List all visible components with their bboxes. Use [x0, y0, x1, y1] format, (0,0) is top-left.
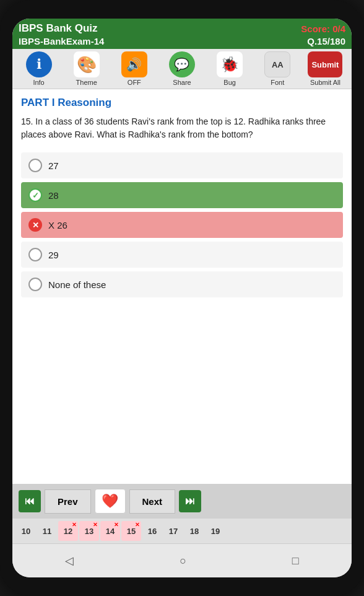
- phone-frame: IBPS Bank Quiz Score: 0/4 IBPS-BankExam-…: [0, 0, 364, 596]
- info-icon: ℹ: [26, 51, 52, 77]
- x-icon: ✕: [32, 221, 39, 230]
- q-num-13[interactable]: 13: [79, 521, 99, 541]
- share-label: Share: [173, 79, 191, 86]
- content: PART I Reasoning 15. In a class of 36 st…: [12, 89, 352, 484]
- next-button[interactable]: Next: [129, 489, 176, 514]
- question-strip: 10 11 12 13 14 15 16 17 18 19: [12, 519, 352, 543]
- bug-icon: 🐞: [217, 51, 243, 77]
- option-1-text: 27: [48, 160, 59, 171]
- radio-1: [28, 159, 42, 172]
- sound-icon: 🔊: [121, 51, 147, 77]
- tool-theme[interactable]: 🎨 Theme: [64, 51, 109, 86]
- phone-screen: IBPS Bank Quiz Score: 0/4 IBPS-BankExam-…: [12, 19, 352, 577]
- font-icon: AA: [264, 51, 290, 77]
- radio-4: [28, 248, 42, 261]
- back-button[interactable]: ◁: [53, 550, 86, 571]
- bug-label: Bug: [223, 79, 236, 86]
- info-label: Info: [33, 79, 44, 86]
- question-number: 15.: [21, 116, 33, 126]
- question-num: Q.15/180: [307, 36, 345, 46]
- app-title: IBPS Bank Quiz: [19, 22, 98, 35]
- score: Score: 0/4: [301, 24, 345, 34]
- option-2-text: 28: [48, 190, 59, 201]
- question-body: In a class of 36 students Ravi's rank fr…: [21, 116, 326, 139]
- q-num-19[interactable]: 19: [206, 521, 225, 541]
- option-2[interactable]: ✓ 28: [21, 182, 343, 208]
- recents-button[interactable]: □: [280, 551, 311, 571]
- font-label: Font: [271, 79, 284, 86]
- prev-button[interactable]: Prev: [45, 489, 91, 514]
- theme-label: Theme: [76, 79, 97, 86]
- tool-share[interactable]: 💬 Share: [159, 51, 204, 86]
- q-num-12[interactable]: 12: [58, 521, 78, 541]
- tool-info[interactable]: ℹ Info: [16, 51, 61, 86]
- exam-name: IBPS-BankExam-14: [19, 36, 104, 46]
- header: IBPS Bank Quiz Score: 0/4 IBPS-BankExam-…: [12, 19, 352, 49]
- q-num-11[interactable]: 11: [37, 521, 57, 541]
- q-num-15[interactable]: 15: [121, 521, 141, 541]
- section-title: PART I Reasoning: [21, 97, 343, 109]
- option-1[interactable]: 27: [21, 152, 343, 178]
- tool-off[interactable]: 🔊 OFF: [111, 51, 157, 86]
- system-nav: ◁ ○ □: [12, 543, 352, 577]
- tool-submit[interactable]: Submit Submit All: [303, 51, 348, 86]
- next-last-button[interactable]: ⏭: [179, 490, 201, 512]
- home-button[interactable]: ○: [167, 551, 199, 571]
- q-num-18[interactable]: 18: [184, 521, 204, 541]
- heart-button[interactable]: ❤️: [95, 489, 126, 514]
- option-3-text: X 26: [48, 220, 67, 230]
- option-5-text: None of these: [48, 279, 106, 290]
- bottom-nav: ⏮ Prev ❤️ Next ⏭: [12, 484, 352, 519]
- tool-font[interactable]: AA Font: [255, 51, 300, 86]
- q-num-16[interactable]: 16: [142, 521, 162, 541]
- submit-label: Submit All: [310, 79, 340, 86]
- option-3[interactable]: ✕ X 26: [21, 212, 343, 238]
- question-text: 15. In a class of 36 students Ravi's ran…: [21, 115, 343, 141]
- radio-2: ✓: [28, 188, 42, 202]
- prev-first-button[interactable]: ⏮: [19, 490, 41, 512]
- theme-icon: 🎨: [74, 51, 100, 77]
- tool-bug[interactable]: 🐞 Bug: [207, 51, 253, 86]
- radio-5: [28, 278, 42, 291]
- toolbar: ℹ Info 🎨 Theme 🔊 OFF 💬 Share 🐞 Bug AA: [12, 49, 352, 89]
- check-icon: ✓: [32, 191, 39, 200]
- option-4[interactable]: 29: [21, 242, 343, 268]
- share-icon: 💬: [169, 51, 195, 77]
- q-num-17[interactable]: 17: [163, 521, 183, 541]
- radio-3: ✕: [28, 218, 42, 232]
- q-num-10[interactable]: 10: [16, 521, 36, 541]
- off-label: OFF: [128, 79, 141, 86]
- option-5[interactable]: None of these: [21, 271, 343, 297]
- option-4-text: 29: [48, 250, 59, 260]
- submit-icon: Submit: [308, 51, 342, 77]
- q-num-14[interactable]: 14: [100, 521, 120, 541]
